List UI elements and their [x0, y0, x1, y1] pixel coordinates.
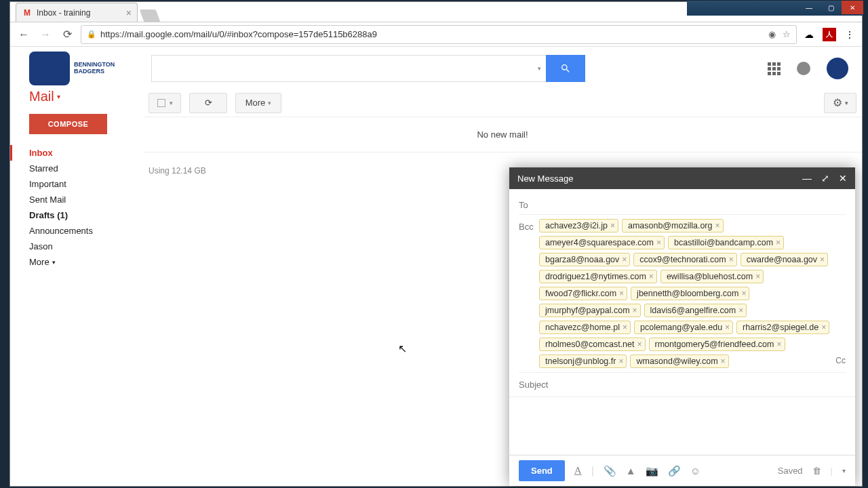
sidebar-item-sent-mail[interactable]: Sent Mail	[26, 192, 136, 207]
window-minimize-button[interactable]: —	[798, 1, 820, 14]
chip-remove-icon[interactable]: ×	[741, 289, 746, 298]
reload-button[interactable]: ⟳	[59, 26, 75, 43]
compose-expand-icon[interactable]: ⤢	[821, 173, 829, 184]
chip-remove-icon[interactable]: ×	[820, 255, 825, 264]
sidebar-item-more[interactable]: More ▾	[26, 254, 136, 270]
chip-remove-icon[interactable]: ×	[649, 272, 654, 281]
refresh-button[interactable]: ⟳	[189, 93, 227, 113]
cc-link[interactable]: Cc	[835, 356, 846, 368]
recipient-chip[interactable]: rmontgomery5@friendfeed.com ×	[649, 338, 785, 351]
chip-remove-icon[interactable]: ×	[776, 238, 781, 247]
to-field-row[interactable]: To	[519, 193, 846, 215]
compose-minimize-icon[interactable]: —	[802, 173, 812, 184]
compose-close-icon[interactable]: ✕	[839, 173, 847, 184]
star-icon[interactable]: ☆	[783, 29, 791, 39]
sidebar-item-important[interactable]: Important	[26, 176, 136, 192]
eye-icon[interactable]: ◉	[768, 29, 776, 39]
attach-icon[interactable]: 📎	[604, 465, 616, 477]
chip-remove-icon[interactable]: ×	[610, 221, 615, 230]
link-icon[interactable]: 🔗	[668, 465, 681, 477]
chip-remove-icon[interactable]: ×	[755, 272, 760, 281]
chip-remove-icon[interactable]: ×	[623, 323, 627, 332]
sidebar-item-jason[interactable]: Jason	[26, 239, 136, 254]
photo-icon[interactable]: 📷	[646, 465, 658, 477]
search-input[interactable]	[151, 55, 532, 82]
window-title-bar: — ▢ ✕	[687, 1, 863, 16]
emoji-icon[interactable]: ☺	[690, 465, 701, 476]
search-button[interactable]	[546, 55, 585, 82]
subject-input[interactable]	[509, 373, 855, 397]
compose-body[interactable]	[509, 397, 855, 455]
back-button[interactable]: ←	[16, 26, 32, 43]
recipient-chip[interactable]: nchavezc@home.pl ×	[539, 321, 631, 334]
compose-title-bar[interactable]: New Message — ⤢ ✕	[509, 167, 855, 189]
chip-remove-icon[interactable]: ×	[633, 306, 637, 315]
recipient-chip[interactable]: achavez3@i2i.jp ×	[539, 219, 618, 232]
chip-remove-icon[interactable]: ×	[618, 357, 623, 366]
notifications-icon[interactable]	[797, 62, 810, 75]
discard-icon[interactable]: 🗑	[812, 466, 821, 476]
forward-button[interactable]: →	[37, 26, 54, 43]
org-logo[interactable]: BENNINGTON BADGERS	[29, 52, 138, 85]
address-bar[interactable]: 🔒 https://mail.google.com/mail/u/0/#inbo…	[81, 25, 797, 44]
more-button[interactable]: More▾	[235, 93, 281, 113]
recipient-chip[interactable]: ldavis6@angelfire.com ×	[644, 304, 747, 317]
to-label: To	[519, 197, 539, 210]
recipient-chip[interactable]: ameyer4@squarespace.com ×	[539, 236, 665, 249]
recipient-chip[interactable]: bgarza8@noaa.gov ×	[539, 253, 630, 266]
recipient-chip[interactable]: ccox9@technorati.com ×	[633, 253, 736, 266]
settings-gear-button[interactable]: ⚙▾	[824, 93, 856, 113]
browser-toolbar: ← → ⟳ 🔒 https://mail.google.com/mail/u/0…	[10, 22, 862, 47]
bcc-field-row[interactable]: Bcc achavez3@i2i.jp ×amasonb@mozilla.org…	[519, 215, 846, 373]
account-avatar[interactable]	[827, 58, 848, 79]
browser-menu-icon[interactable]: ⋮	[843, 28, 856, 41]
recipient-chip[interactable]: drodriguez1@nytimes.com ×	[539, 270, 657, 283]
chip-remove-icon[interactable]: ×	[776, 340, 781, 349]
window-close-button[interactable]: ✕	[842, 1, 863, 14]
mail-dropdown[interactable]: Mail▾	[26, 89, 136, 104]
chip-remove-icon[interactable]: ×	[715, 221, 720, 230]
sidebar-item-drafts-1-[interactable]: Drafts (1)	[26, 207, 136, 223]
recipient-chip[interactable]: jmurphyf@paypal.com ×	[539, 304, 641, 317]
sidebar-item-starred[interactable]: Starred	[26, 161, 136, 176]
chip-remove-icon[interactable]: ×	[721, 357, 726, 366]
pdf-extension-icon[interactable]: 人	[823, 28, 836, 41]
google-apps-icon[interactable]	[768, 62, 781, 75]
recipient-chip[interactable]: wmasond@wiley.com ×	[630, 354, 728, 368]
drive-icon[interactable]: ▲	[626, 465, 636, 476]
tab-close-icon[interactable]: ×	[126, 7, 132, 18]
recipient-chip[interactable]: rholmes0@comcast.net ×	[539, 338, 646, 351]
chip-remove-icon[interactable]: ×	[622, 255, 627, 264]
recipient-chip[interactable]: amasonb@mozilla.org ×	[622, 219, 724, 232]
chip-remove-icon[interactable]: ×	[821, 323, 826, 332]
sidebar-item-inbox[interactable]: Inbox	[26, 145, 136, 161]
chip-remove-icon[interactable]: ×	[729, 255, 734, 264]
gmail-favicon: M	[22, 7, 33, 18]
sidebar-item-announcements[interactable]: Announcements	[26, 223, 136, 239]
window-maximize-button[interactable]: ▢	[820, 1, 842, 14]
new-tab-button[interactable]	[140, 9, 161, 22]
chip-remove-icon[interactable]: ×	[725, 323, 730, 332]
recipient-chip[interactable]: ewillisa@bluehost.com ×	[660, 270, 764, 283]
compose-more-icon[interactable]: ▾	[842, 467, 846, 474]
recipient-chip[interactable]: rharris2@spiegel.de ×	[736, 321, 829, 334]
recipient-chip[interactable]: bcastilloi@bandcamp.com ×	[668, 236, 784, 249]
chip-remove-icon[interactable]: ×	[637, 340, 642, 349]
recipient-chip[interactable]: fwood7@flickr.com ×	[539, 287, 627, 300]
recipient-chip[interactable]: tnelsonj@unblog.fr ×	[539, 354, 627, 368]
extension-icon-1[interactable]: ☁	[802, 28, 816, 41]
formatting-icon[interactable]: A	[574, 465, 582, 476]
chip-remove-icon[interactable]: ×	[619, 289, 624, 298]
send-button[interactable]: Send	[519, 460, 565, 481]
recipient-chip[interactable]: cwarde@noaa.gov ×	[741, 253, 828, 266]
search-options-dropdown[interactable]: ▾	[532, 55, 546, 82]
chip-remove-icon[interactable]: ×	[738, 306, 743, 315]
compose-toolbar: Send A | 📎 ▲ 📷 🔗 ☺ Saved 🗑 | ▾	[509, 455, 855, 486]
chip-remove-icon[interactable]: ×	[656, 238, 661, 247]
search-icon	[560, 63, 571, 74]
browser-tab[interactable]: M Inbox - training ×	[16, 3, 138, 22]
recipient-chip[interactable]: jbennetth@bloomberg.com ×	[631, 287, 749, 300]
compose-button[interactable]: COMPOSE	[29, 114, 107, 134]
select-all-checkbox[interactable]: ▾	[149, 93, 181, 113]
recipient-chip[interactable]: pcolemang@yale.edu ×	[634, 321, 733, 334]
